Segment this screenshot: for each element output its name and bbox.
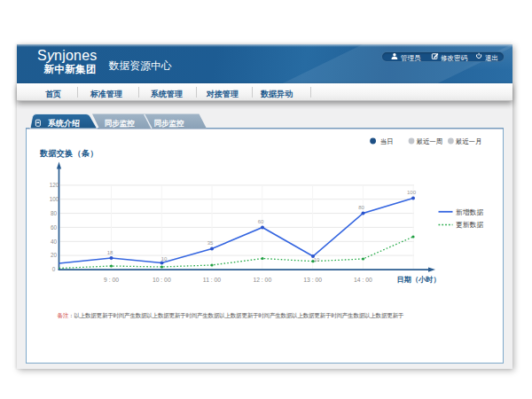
svg-text:0: 0 [52, 266, 56, 272]
svg-text:10: 10 [314, 257, 320, 262]
svg-text:80: 80 [51, 210, 58, 216]
svg-text:日期（小时）: 日期（小时） [397, 276, 441, 284]
svg-text:35: 35 [207, 240, 214, 246]
svg-text:11 : 00: 11 : 00 [203, 277, 222, 283]
svg-text:20: 20 [51, 252, 58, 258]
svg-text:数据交换（条）: 数据交换（条） [39, 149, 98, 158]
svg-text:12 : 00: 12 : 00 [253, 277, 271, 283]
svg-text:100: 100 [50, 196, 59, 202]
svg-text:13 : 00: 13 : 00 [303, 277, 322, 283]
svg-text:新增数据: 新增数据 [456, 208, 483, 216]
svg-text:100: 100 [407, 190, 417, 195]
svg-text:最近一周: 最近一周 [417, 137, 443, 145]
svg-text:14 : 00: 14 : 00 [354, 277, 372, 283]
svg-text:120: 120 [50, 182, 59, 188]
svg-text:80: 80 [358, 205, 364, 210]
svg-text:10: 10 [161, 256, 168, 262]
svg-text:当日: 当日 [380, 137, 394, 145]
svg-text:10 : 00: 10 : 00 [153, 277, 171, 283]
svg-text:最近一月: 最近一月 [456, 137, 482, 145]
svg-text:60: 60 [51, 224, 58, 231]
svg-text:18: 18 [107, 250, 113, 255]
svg-text:更新数据: 更新数据 [456, 221, 483, 229]
svg-text:60: 60 [258, 219, 264, 224]
svg-text:系统介绍: 系统介绍 [47, 119, 80, 128]
svg-text:同步监控: 同步监控 [105, 119, 136, 128]
svg-text:9 : 00: 9 : 00 [104, 277, 119, 283]
svg-text:同步监控: 同步监控 [154, 119, 185, 128]
svg-text:40: 40 [51, 239, 58, 245]
